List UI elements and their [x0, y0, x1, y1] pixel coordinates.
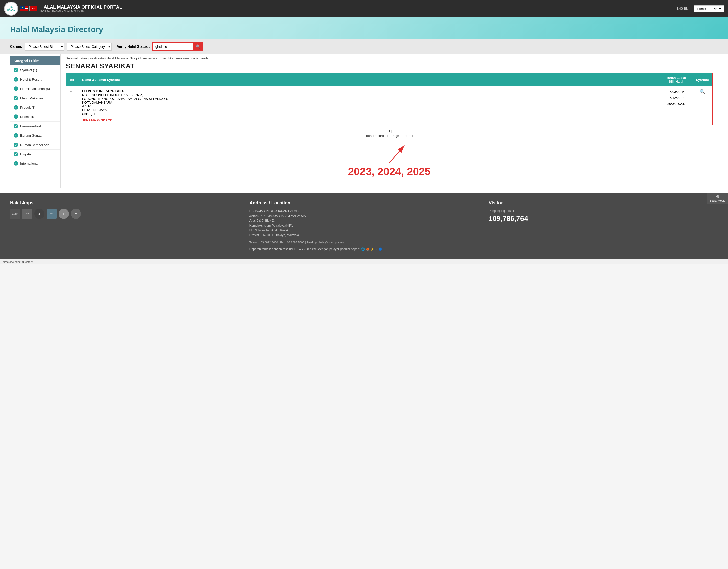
social-media-label: Social Media — [710, 199, 725, 202]
portal-title-area: HALAL MALAYSIA OFFICIAL PORTAL PORTAL RA… — [40, 5, 674, 13]
annotation-text: 2023, 2024, 2025 — [66, 166, 713, 178]
logo-malaysia: MY — [22, 209, 32, 219]
footer-telefon: Telefon : 03-8892 5000 | Fax : 03-8892 5… — [249, 240, 479, 245]
check-icon: ✓ — [14, 86, 18, 91]
carian-label: Carian: — [10, 44, 22, 49]
sidebar-item-label: Hotel & Resort — [20, 78, 42, 81]
check-icon: ✓ — [14, 115, 18, 119]
portal-title: HALAL MALAYSIA OFFICIAL PORTAL — [40, 5, 122, 10]
sidebar-item-label: Barang Gunaan — [20, 134, 43, 138]
arrow-annotation — [369, 140, 409, 166]
sidebar-item-label: International — [20, 162, 38, 166]
pagination-area: [ 1 ] Total Record : 1 - Page 1 From 1 — [66, 129, 713, 138]
cell-bil: 1. — [66, 86, 79, 125]
footer-address-title: Address / Location — [249, 200, 479, 206]
visitor-count: 109,786,764 — [489, 215, 718, 223]
check-icon: ✓ — [14, 143, 18, 147]
sidebar-item-label: Kosmetik — [20, 115, 34, 119]
results-table: Bil Nama & Alamat Syarikat Tarikh Luput … — [66, 73, 713, 125]
check-icon: ✓ — [14, 124, 18, 128]
verify-search-button[interactable]: 🔍 — [193, 43, 203, 50]
lang-bm[interactable]: BM — [684, 7, 689, 10]
page-link-1[interactable]: [ 1 ] — [384, 129, 394, 134]
cell-syarikat-icon[interactable]: 🔍 — [692, 86, 713, 125]
check-icon: ✓ — [14, 96, 18, 100]
logo-6: ❤ — [71, 209, 81, 219]
sidebar-item-logistik[interactable]: ✓ Logistik — [10, 150, 60, 159]
flag-icons: ★ MY — [20, 6, 37, 11]
lang-eng[interactable]: ENG — [677, 7, 683, 10]
total-record: Total Record : 1 - Page 1 From 1 — [366, 134, 413, 138]
welcome-text: Selamat datang ke direktori Halal Malays… — [66, 56, 713, 60]
sidebar-item-barang[interactable]: ✓ Barang Gunaan — [10, 131, 60, 140]
dropdown-arrow-icon: ▼ — [718, 7, 722, 11]
lang-selector[interactable]: ENG BM — [677, 7, 689, 10]
sidebar-item-label: Rumah Sembelihan — [20, 143, 49, 147]
search-bar: Carian: Please Select State Please Selec… — [0, 39, 728, 54]
footer: Halal Apps JAKIM MY ◀▶ CCM ⊕ ❤ — [0, 193, 728, 259]
cell-tarikh: 15/03/2025 15/12/2024 30/04/2023. — [659, 86, 692, 125]
postcode: 47810 — [82, 104, 656, 108]
home-select[interactable]: Home — [696, 7, 717, 11]
home-dropdown[interactable]: Home ▼ — [694, 5, 724, 12]
verify-label: Verify Halal Status : — [117, 44, 150, 49]
logo-ccm: CCM — [47, 209, 57, 219]
state-select[interactable]: Please Select State — [25, 43, 64, 51]
check-icon: ✓ — [14, 68, 18, 72]
status-bar: directory/index_directory — [0, 259, 728, 264]
jenama: JENAMA:GINDACO — [82, 118, 656, 122]
portal-subtitle: PORTAL RASMI HALAL MALAYSIA — [40, 10, 674, 13]
sidebar-header: Kategori / Skim — [10, 56, 60, 65]
verify-input-wrapper: 🔍 — [152, 42, 203, 51]
footer-apps: Halal Apps JAKIM MY ◀▶ CCM ⊕ ❤ — [10, 200, 239, 252]
status-url: directory/index_directory — [3, 260, 33, 263]
col-header-syarikat: Syarikat — [692, 73, 713, 86]
footer-address: Address / Location BAHAGIAN PENGURUSAN H… — [249, 200, 479, 252]
sidebar-item-label: Farmaseutikal — [20, 124, 41, 128]
gear-icon: ⚙ — [710, 194, 725, 199]
sidebar-item-international[interactable]: ✓ International — [10, 159, 60, 168]
verify-search-input[interactable] — [153, 43, 193, 50]
city: PETALING JAYA — [82, 108, 656, 112]
table-header-row: Bil Nama & Alamat Syarikat Tarikh Luput … — [66, 73, 713, 86]
halal-logo: حلالHALAL — [4, 2, 18, 16]
header-banner: Halal Malaysia Directory — [0, 17, 728, 39]
top-navigation: حلالHALAL ★ MY HALAL MALAYSIA OFFICIAL P… — [0, 0, 728, 17]
sidebar-item-label: Logistik — [20, 152, 31, 156]
col-header-nama: Nama & Alamat Syarikat — [79, 73, 659, 86]
annotation-area: 2023, 2024, 2025 — [66, 138, 713, 183]
sidebar-item-rumah[interactable]: ✓ Rumah Sembelihan — [10, 140, 60, 150]
cell-company: LH VENTURE SDN. BHD. NO.1, NOUVELLE INDU… — [79, 86, 659, 125]
sidebar-item-label: Menu Makanan — [20, 96, 43, 100]
sidebar-item-produk[interactable]: ✓ Produk (3) — [10, 103, 60, 112]
svg-line-1 — [389, 145, 404, 163]
footer-address-body: BAHAGIAN PENGURUSAN HALAL, JABATAN KEMAJ… — [249, 209, 479, 238]
social-media-button[interactable]: ⚙ Social Media — [707, 193, 728, 204]
sidebar-item-kosmetik[interactable]: ✓ Kosmetik — [10, 112, 60, 122]
date-3: 30/04/2023. — [663, 101, 689, 107]
footer-visitor-title: Visitor — [489, 200, 718, 206]
state: Selangor — [82, 112, 656, 116]
jenama-value: GINDACO — [97, 118, 112, 122]
address-line1: NO.1, NOUVELLE INDUSTRIAL PARK 2, — [82, 93, 656, 97]
footer-visitor: Visitor Pengunjung terkini : 109,786,764 — [489, 200, 718, 252]
sidebar-item-hotel[interactable]: ✓ Hotel & Resort — [10, 75, 60, 84]
pengunjung-label: Pengunjung terkini : — [489, 209, 718, 214]
col-header-tarikh: Tarikh Luput Sijil Halal — [659, 73, 692, 86]
browser-icons: 🌐 🦊 ⚡ ✦ 🔵 — [361, 248, 382, 251]
address-line2: LORONG TEKNOLOGI 3/4A, TAMAN SAINS SELAN… — [82, 97, 656, 101]
sidebar-item-menu[interactable]: ✓ Menu Makanan — [10, 94, 60, 103]
check-icon: ✓ — [14, 133, 18, 138]
check-icon: ✓ — [14, 105, 18, 110]
view-detail-button[interactable]: 🔍 — [700, 89, 705, 95]
check-icon: ✓ — [14, 77, 18, 82]
date-1: 15/03/2025 — [663, 89, 689, 95]
logo-3: ◀▶ — [34, 209, 44, 219]
page-title: Halal Malaysia Directory — [10, 25, 718, 34]
date-2: 15/12/2024 — [663, 95, 689, 101]
footer-apps-title: Halal Apps — [10, 200, 239, 206]
sidebar-item-premis[interactable]: ✓ Premis Makanan (5) — [10, 84, 60, 94]
sidebar-item-syarikat[interactable]: ✓ Syarikat (1) — [10, 65, 60, 75]
sidebar-item-farmaseutikal[interactable]: ✓ Farmaseutikal — [10, 122, 60, 131]
category-select[interactable]: Please Select Category — [67, 43, 112, 51]
